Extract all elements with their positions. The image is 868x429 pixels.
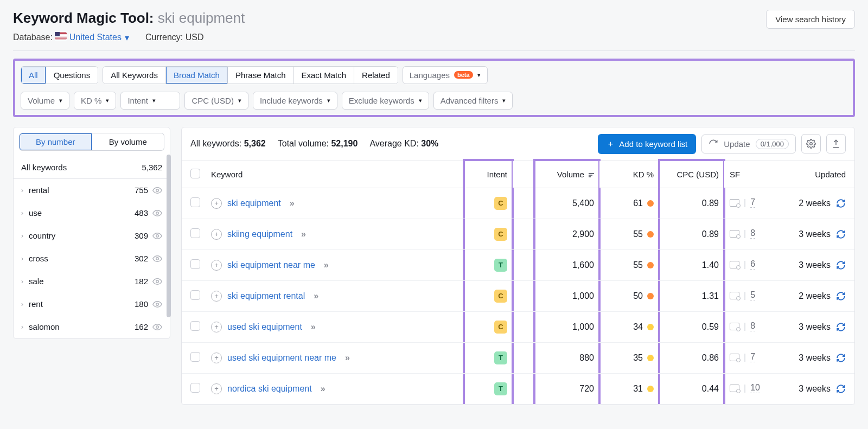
update-button[interactable]: Update 0/1,000 [701,135,796,153]
keyword-link[interactable]: used ski equipment [227,322,302,332]
sidebar-group-rental[interactable]: ›rental 755 [14,179,170,202]
eye-icon[interactable] [152,277,162,286]
sidebar-group-salomon[interactable]: ›salomon 162 [14,316,170,338]
refresh-row-button[interactable] [836,229,846,239]
sidebar-group-cross[interactable]: ›cross 302 [14,247,170,270]
row-checkbox[interactable] [190,259,200,269]
refresh-row-button[interactable] [836,260,846,270]
seg-broad-match[interactable]: Broad Match [166,67,228,84]
col-keyword[interactable]: Keyword [206,161,464,188]
expand-icon[interactable]: » [311,322,314,332]
add-keyword-icon[interactable]: + [211,383,222,394]
sf-cell[interactable]: |7 [730,352,755,362]
col-sf[interactable]: SF [724,161,773,188]
filter-include[interactable]: Include keywords▾ [253,92,337,110]
col-intent[interactable]: Intent [464,161,513,188]
keyword-link[interactable]: ski equipment [227,199,281,208]
row-checkbox[interactable] [190,228,200,238]
keyword-link[interactable]: nordica ski equipment [227,384,312,394]
add-keyword-icon[interactable]: + [211,260,222,271]
filter-advanced[interactable]: Advanced filters▾ [433,92,513,110]
expand-icon[interactable]: » [314,291,317,301]
sidebar-group-rent[interactable]: ›rent 180 [14,293,170,316]
add-keyword-icon[interactable]: + [211,322,222,332]
expand-icon[interactable]: » [324,260,327,270]
col-updated[interactable]: Updated [773,161,854,188]
sf-cell[interactable]: |8 [730,321,755,331]
select-all-checkbox[interactable] [190,169,200,178]
refresh-row-button[interactable] [836,291,846,301]
seg-group-match: All Keywords Broad Match Phrase Match Ex… [103,66,398,84]
eye-icon[interactable] [152,254,162,264]
add-keyword-icon[interactable]: + [211,353,222,363]
expand-icon[interactable]: » [321,384,324,394]
eye-icon[interactable] [152,208,162,218]
col-kd[interactable]: KD % [599,161,659,188]
sidebar-group-sale[interactable]: ›sale 182 [14,270,170,293]
seg-all[interactable]: All [21,67,46,84]
sf-cell[interactable]: |6 [730,259,755,270]
add-keyword-icon[interactable]: + [211,291,222,302]
view-history-button[interactable]: View search history [766,10,855,29]
eye-icon[interactable] [152,231,162,241]
sort-by-volume[interactable]: By volume [92,133,165,151]
refresh-row-button[interactable] [836,353,846,363]
keyword-link[interactable]: ski equipment near me [227,260,315,270]
sf-cell[interactable]: |7 [730,197,755,208]
sidebar-group-country[interactable]: ›country 309 [14,225,170,247]
add-keyword-icon[interactable]: + [211,229,222,240]
intent-badge: C [494,197,507,210]
kd-cell: 55 [633,260,654,270]
expand-icon[interactable]: » [345,353,348,363]
languages-filter[interactable]: Languages beta ▾ [403,66,488,84]
keyword-link[interactable]: skiing equipment [227,229,292,239]
group-name: cross [29,254,48,263]
serp-features-icon [730,261,739,268]
eye-icon[interactable] [152,322,162,332]
row-checkbox[interactable] [190,290,200,300]
sf-cell[interactable]: |8 [730,228,755,239]
settings-button[interactable] [801,134,821,153]
row-checkbox[interactable] [190,383,200,393]
sf-cell[interactable]: |10 [730,383,760,393]
sidebar-group-use[interactable]: ›use 483 [14,202,170,225]
expand-icon[interactable]: » [290,199,293,208]
updated-text: 3 weeks [799,322,831,332]
refresh-row-button[interactable] [836,322,846,332]
refresh-row-button[interactable] [836,384,846,394]
refresh-row-button[interactable] [836,199,846,208]
add-keyword-icon[interactable]: + [211,198,222,209]
row-checkbox[interactable] [190,197,200,207]
group-count: 483 [135,208,148,217]
group-count: 302 [135,254,148,263]
eye-icon[interactable] [152,299,162,309]
seg-questions[interactable]: Questions [46,67,98,84]
col-volume[interactable]: Volume [534,161,599,188]
keyword-link[interactable]: ski equipment rental [227,291,305,301]
filter-exclude[interactable]: Exclude keywords▾ [342,92,429,110]
seg-all-keywords[interactable]: All Keywords [103,67,166,84]
database-selector[interactable]: Database: United States ▾ [13,32,129,43]
filter-kd[interactable]: KD %▾ [74,92,116,110]
eye-icon[interactable] [152,185,162,195]
database-link[interactable]: United States ▾ [69,33,129,43]
sf-cell[interactable]: |5 [730,290,755,300]
filter-cpc[interactable]: CPC (USD)▾ [184,92,248,110]
seg-related[interactable]: Related [354,67,398,84]
sidebar-all-keywords[interactable]: All keywords 5,362 [14,156,170,179]
serp-features-icon [730,385,739,392]
sidebar-scrollbar[interactable] [167,155,171,317]
keyword-link[interactable]: used ski equipment near me [227,353,336,363]
row-checkbox[interactable] [190,352,200,362]
row-checkbox[interactable] [190,321,200,331]
serp-features-icon [730,323,739,330]
filter-volume[interactable]: Volume▾ [21,92,69,110]
filter-intent[interactable]: Intent▾ [120,92,180,110]
add-to-list-button[interactable]: ＋ Add to keyword list [598,134,696,154]
expand-icon[interactable]: » [301,229,304,239]
seg-phrase-match[interactable]: Phrase Match [228,67,294,84]
col-cpc[interactable]: CPC (USD) [659,161,724,188]
seg-exact-match[interactable]: Exact Match [294,67,355,84]
export-button[interactable] [826,134,846,153]
sort-by-number[interactable]: By number [19,133,92,151]
